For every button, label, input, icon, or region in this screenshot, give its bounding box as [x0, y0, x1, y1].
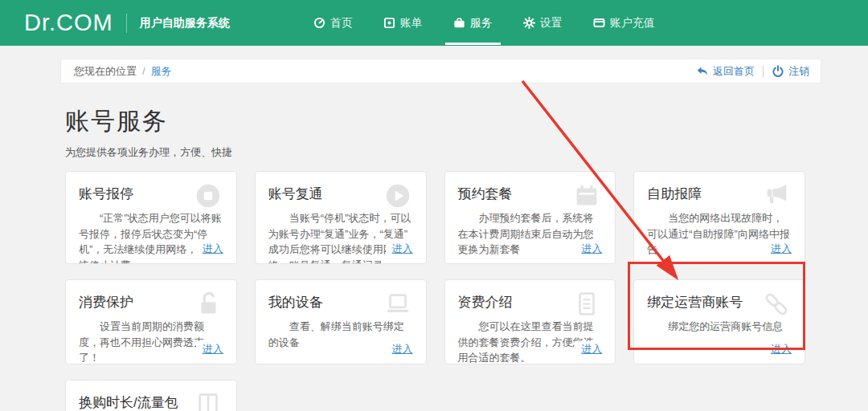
- nav-item-bills[interactable]: 账单: [375, 0, 431, 46]
- page-subtitle: 为您提供各项业务办理，方便、快捷: [65, 145, 805, 160]
- enter-link[interactable]: 进入: [764, 241, 792, 257]
- page-title: 账号服务: [65, 105, 805, 138]
- laptop-icon: [383, 289, 413, 319]
- enter-link[interactable]: 进入: [575, 341, 602, 357]
- nav-label: 首页: [330, 16, 353, 31]
- enter-link[interactable]: 进入: [575, 241, 602, 257]
- nav-label: 设置: [540, 16, 563, 31]
- nav-item-home[interactable]: 首页: [305, 0, 361, 46]
- nav-label: 服务: [470, 16, 493, 31]
- breadcrumb-current-link[interactable]: 服务: [151, 64, 172, 79]
- breadcrumb-label: 您现在的位置: [74, 64, 137, 79]
- service-card-grid: 账号报停 “正常”状态用户您可以将账号报停，报停后状态变为“停机”，无法继续使用…: [65, 171, 805, 411]
- card-account-suspend: 账号报停 “正常”状态用户您可以将账号报停，报停后状态变为“停机”，无法继续使用…: [65, 171, 237, 264]
- settings-icon: [523, 17, 535, 29]
- nav-label: 账单: [400, 16, 423, 31]
- service-icon: [453, 17, 465, 29]
- card-my-devices: 我的设备 查看、解绑当前账号绑定的设备 进入: [255, 279, 427, 364]
- card-exchange-package: 换购时长/流量包 使用余额换购时长/流量包 进入: [65, 380, 237, 411]
- card-description: 绑定您的运营商账号信息: [647, 319, 792, 335]
- logout-label: 注销: [788, 64, 809, 79]
- logo: Dr.COM: [24, 0, 113, 46]
- calendar-icon: [571, 181, 602, 211]
- nav-label: 账户充值: [610, 16, 655, 31]
- main-nav: 首页 账单 服务 设置 账户充值: [298, 0, 670, 46]
- unlock-icon: [193, 289, 223, 319]
- breadcrumb-bar: 您现在的位置 / 服务 返回首页 注销: [60, 59, 821, 83]
- nav-item-settings[interactable]: 设置: [515, 0, 571, 46]
- card-consumption-protection: 消费保护 设置当前周期的消费额度，再也不用担心网费透支了！ 进入: [65, 279, 237, 364]
- enter-link[interactable]: 进入: [196, 341, 223, 357]
- card-bind-operator-account: 绑定运营商账号 绑定您的运营商账号信息 进入: [633, 279, 805, 364]
- bill-icon: [383, 17, 395, 29]
- chain-link-icon: [761, 289, 792, 319]
- document-icon: [571, 289, 602, 319]
- enter-link[interactable]: 进入: [764, 341, 792, 357]
- card-tariff-intro: 资费介绍 您可以在这里查看当前提供的套餐资费介绍，方便您选用合适的套餐。 进入: [444, 279, 616, 364]
- enter-link[interactable]: 进入: [386, 341, 413, 357]
- megaphone-icon: [761, 181, 792, 211]
- back-home-label: 返回首页: [713, 64, 755, 79]
- back-home-link[interactable]: 返回首页: [696, 64, 755, 79]
- play-icon: [383, 181, 413, 211]
- logout-link[interactable]: 注销: [772, 64, 809, 79]
- home-icon: [313, 17, 326, 29]
- system-name: 用户自助服务系统: [140, 16, 230, 31]
- breadcrumb-separator: /: [142, 65, 145, 77]
- card-account-resume: 账号复通 当账号“停机”状态时，可以为账号办理“复通”业务，“复通”成功后您将可…: [255, 171, 427, 264]
- stop-icon: [193, 181, 223, 211]
- enter-link[interactable]: 进入: [196, 241, 223, 257]
- nav-item-services[interactable]: 服务: [445, 0, 501, 46]
- nav-item-recharge[interactable]: 账户充值: [585, 0, 663, 46]
- back-arrow-icon: [696, 65, 709, 78]
- brand-divider: [126, 14, 127, 33]
- quick-links-divider: [763, 66, 764, 77]
- brand: Dr.COM 用户自助服务系统: [24, 0, 230, 46]
- quick-links: 返回首页 注销: [696, 64, 809, 79]
- power-icon: [772, 65, 784, 78]
- main-content: 账号服务 为您提供各项业务办理，方便、快捷 账号报停 “正常”状态用户您可以将账…: [65, 83, 805, 411]
- app-header: Dr.COM 用户自助服务系统 首页 账单 服务 设置: [0, 0, 868, 46]
- breadcrumb: 您现在的位置 / 服务: [74, 64, 172, 79]
- panels-icon: [193, 389, 223, 411]
- enter-link[interactable]: 进入: [386, 241, 413, 257]
- card-self-report-fault: 自助报障 当您的网络出现故障时，可以通过“自助报障”向网络中报告 进入: [633, 171, 805, 264]
- recharge-icon: [593, 17, 605, 29]
- card-reserve-package: 预约套餐 办理预约套餐后，系统将在本计费周期结束后自动为您更换为新套餐 进入: [444, 171, 616, 264]
